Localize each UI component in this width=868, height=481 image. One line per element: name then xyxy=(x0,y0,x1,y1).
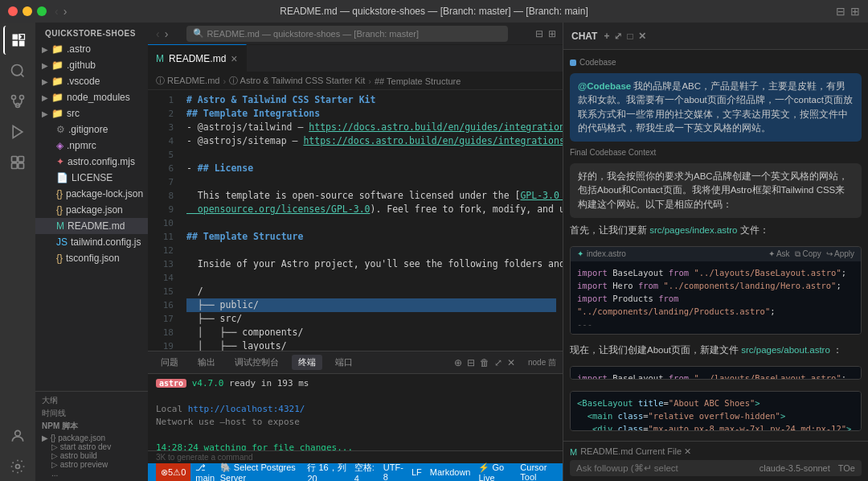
extensions-icon[interactable] xyxy=(3,148,32,177)
chat-input-row[interactable]: claude-3.5-sonnet TOe xyxy=(570,460,862,476)
terminal-tab-ports[interactable]: 端口 xyxy=(329,355,359,370)
sidebar-item-package-lock[interactable]: {} package-lock.json xyxy=(35,186,148,202)
sidebar-item-vscode[interactable]: ▶ 📁 .vscode xyxy=(35,73,148,89)
sidebar-script-preview[interactable]: ▷ astro preview xyxy=(51,460,141,469)
local-label: Local xyxy=(156,404,188,414)
nav-forward-icon[interactable]: › xyxy=(163,27,170,40)
chat-file-reference[interactable]: M README.md Current File ✕ xyxy=(570,446,862,457)
terminal-tab-debug[interactable]: 调试控制台 xyxy=(228,355,285,370)
chat-add-icon[interactable]: + xyxy=(604,31,609,42)
copy-action[interactable]: ⧉ Copy xyxy=(795,249,821,259)
chat-header: CHAT + ⤢ □ ✕ xyxy=(563,23,868,50)
chat-window-icon[interactable]: □ xyxy=(627,31,633,42)
chevron-right-icon: ▶ xyxy=(42,77,48,86)
kill-terminal-icon[interactable]: 🗑 xyxy=(480,357,489,368)
file-icon-js: JS xyxy=(56,236,68,248)
breadcrumb-bar: ⓘ README.md › ⓘ Astro & Tailwind CSS Sta… xyxy=(148,72,563,90)
chat-response-text: 好的，我会按照你的要求为ABC品牌创建一个英文风格的网站，包括About和Con… xyxy=(578,171,848,209)
chat-model-label: claude-3.5-sonnet xyxy=(760,463,830,473)
search-icon[interactable] xyxy=(3,56,32,85)
layout-icon[interactable]: ⊞ xyxy=(850,5,860,18)
new-terminal-icon[interactable]: ⊕ xyxy=(454,357,462,368)
ask-action[interactable]: ✦ Ask xyxy=(768,249,790,259)
chat-section-codebase: Codebase xyxy=(570,56,862,68)
status-server[interactable]: 🐘 Select Postgres Server xyxy=(220,462,300,482)
status-errors[interactable]: ⊗ 5 ⚠ 0 xyxy=(156,463,190,481)
terminal-content[interactable]: astro v4.7.0 ready in 193 ms Local http:… xyxy=(148,374,563,450)
chat-response: 好的，我会按照你的要求为ABC品牌创建一个英文风格的网站，包括About和Con… xyxy=(570,163,862,218)
chevron-right-icon: ▶ xyxy=(42,61,48,70)
maximize-button[interactable] xyxy=(37,6,47,16)
breadcrumb-kit[interactable]: ⓘ Astro & Tailwind CSS Starter Kit xyxy=(229,75,365,87)
sidebar-item-github[interactable]: ▶ 📁 .github xyxy=(35,57,148,73)
run-debug-icon[interactable] xyxy=(3,117,32,146)
status-bar: ⊗ 5 ⚠ 0 ⎇ main 🐘 Select Postgres Server … xyxy=(148,463,563,481)
sidebar-item-label: package-lock.json xyxy=(66,188,143,199)
minimize-button[interactable] xyxy=(23,6,32,16)
tab-readme[interactable]: M README.md × xyxy=(148,44,247,72)
nav-back-icon[interactable]: ‹ xyxy=(154,27,162,40)
chat-expand-icon[interactable]: ⤢ xyxy=(614,31,622,42)
status-cursor-tool[interactable]: Cursor Tool xyxy=(520,462,555,481)
error-icon: ⊗ xyxy=(161,467,168,478)
code-area[interactable]: 12345 678910 1112131415 1617181920 21222… xyxy=(148,90,563,351)
status-liveshare[interactable]: ⚡ Go Live xyxy=(478,462,512,482)
breadcrumb-file[interactable]: ⓘ README.md xyxy=(156,75,219,87)
back-arrow[interactable]: ‹ xyxy=(53,5,60,18)
sidebar-item-label: src xyxy=(67,108,80,119)
sidebar-item-npmrc[interactable]: ◈ .npmrc xyxy=(35,138,148,154)
close-terminal-icon[interactable]: ✕ xyxy=(507,357,515,368)
sidebar-item-astro-config[interactable]: ✦ astro.config.mjs xyxy=(35,154,148,170)
chat-title: CHAT xyxy=(571,31,597,42)
apply-action[interactable]: ↪ Apply xyxy=(826,249,854,259)
sidebar-item-package-json[interactable]: {} package.json xyxy=(35,202,148,218)
explorer-icon[interactable] xyxy=(3,26,32,55)
file-icon-json: {} xyxy=(56,253,63,264)
tab-close-icon[interactable]: × xyxy=(231,52,237,65)
split-terminal-icon[interactable]: ⊟ xyxy=(467,357,475,368)
sidebar-item-license[interactable]: 📄 LICENSE xyxy=(35,170,148,186)
local-url[interactable]: http://localhost:4321/ xyxy=(188,404,305,414)
chat-second-note: 现在，让我们创建About页面，新建文件 src/pages/about.ast… xyxy=(570,343,862,358)
chat-body[interactable]: Codebase @Codebase 我的品牌是ABC，产品是鞋子，主要是皮鞋，… xyxy=(563,50,868,441)
maximize-terminal-icon[interactable]: ⤢ xyxy=(494,357,502,368)
sidebar-item-gitignore[interactable]: ⚙ .gitignore xyxy=(35,121,148,138)
sidebar-script-more[interactable]: ... xyxy=(51,469,141,478)
status-line-ending[interactable]: LF xyxy=(411,467,422,477)
search-bar[interactable]: 🔍 README.md — quickstore-shoes — [Branch… xyxy=(186,26,508,42)
sidebar-script-build[interactable]: ▷ astro build xyxy=(51,451,141,460)
status-language[interactable]: Markdown xyxy=(430,467,471,477)
split-icon[interactable]: ⊟ xyxy=(535,28,543,39)
file-ref-label: README.md Current File ✕ xyxy=(580,446,691,457)
accounts-icon[interactable] xyxy=(3,421,32,450)
close-button[interactable] xyxy=(8,6,18,16)
sidebar-item-tailwind[interactable]: JS tailwind.config.js xyxy=(35,234,148,250)
breadcrumb-section[interactable]: ## Template Structure xyxy=(375,76,461,86)
chat-close-icon[interactable]: ✕ xyxy=(638,31,646,42)
status-branch[interactable]: ⎇ main xyxy=(195,462,215,482)
code-content[interactable]: # Astro & Tailwind CSS Starter Kit ## Te… xyxy=(180,90,563,351)
sidebar-item-tsconfig[interactable]: {} tsconfig.json xyxy=(35,250,148,266)
svg-rect-7 xyxy=(18,163,24,169)
terminal-tab-output[interactable]: 输出 xyxy=(191,355,222,370)
sidebar-item-node-modules[interactable]: ▶ 📁 node_modules xyxy=(35,89,148,105)
file-icon-gitignore: ⚙ xyxy=(56,124,65,135)
status-encoding[interactable]: UTF-8 xyxy=(383,462,403,481)
status-line-col[interactable]: 行 16，列 20 xyxy=(307,462,346,482)
sidebar-item-src[interactable]: ▶ 📁 src xyxy=(35,105,148,121)
settings-icon[interactable] xyxy=(3,452,32,481)
sidebar-item-readme[interactable]: M README.md xyxy=(35,218,148,234)
terminal-tab-problems[interactable]: 问题 xyxy=(154,355,185,370)
forward-arrow[interactable]: › xyxy=(62,5,69,18)
terminal-node-label: node 茴 xyxy=(528,357,556,368)
split-editor-icon[interactable]: ⊟ xyxy=(836,5,845,18)
sidebar: QUICKSTORE-SHOES ▶ 📁 .astro ▶ 📁 .github … xyxy=(35,23,148,481)
status-spaces[interactable]: 空格: 4 xyxy=(354,462,375,482)
sidebar-title: QUICKSTORE-SHOES xyxy=(35,23,148,41)
chat-input-field[interactable] xyxy=(576,463,755,473)
more-icon[interactable]: ⊞ xyxy=(548,28,556,39)
sidebar-script-dev[interactable]: ▷ start astro dev xyxy=(51,442,141,451)
terminal-tab-terminal[interactable]: 终端 xyxy=(292,355,322,370)
sidebar-item-astro[interactable]: ▶ 📁 .astro xyxy=(35,41,148,57)
source-control-icon[interactable] xyxy=(3,87,32,116)
